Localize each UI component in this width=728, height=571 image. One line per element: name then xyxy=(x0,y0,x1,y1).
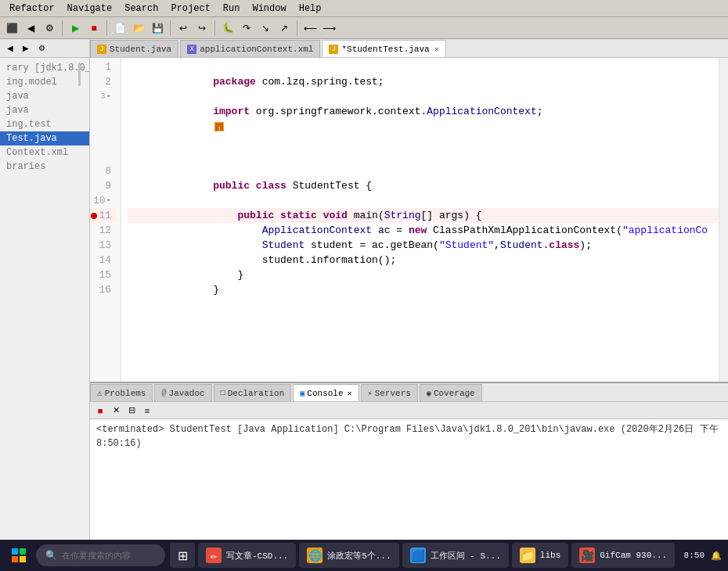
editor-area: J Student.java X applicationContext.xml … xyxy=(90,39,728,382)
bottom-tab-coverage-label: Coverage xyxy=(434,389,475,398)
line-num-7 xyxy=(90,149,116,163)
taskbar-notification[interactable]: 🔔 xyxy=(711,551,722,561)
code-line-1: package com.lzq.spring.test; xyxy=(128,59,719,74)
toolbar-save[interactable]: 💾 xyxy=(149,20,166,37)
toolbar-run[interactable]: ▶ xyxy=(67,20,84,37)
line-num-13: 13 xyxy=(90,238,116,253)
menu-project[interactable]: Project xyxy=(164,2,216,16)
console-menu-btn[interactable]: ≡ xyxy=(140,404,154,418)
sidebar-item-model[interactable]: ing.model xyxy=(0,75,89,89)
code-line-10: public static void main(String[] args) { xyxy=(128,193,719,208)
toolbar-btn-2[interactable]: ◀ xyxy=(22,20,39,37)
console-terminated-line: <terminated> StudentTest [Java Applicati… xyxy=(96,422,722,451)
fold-marker-3[interactable]: 3 xyxy=(101,89,106,104)
toolbar-step-over[interactable]: ↷ xyxy=(238,20,255,37)
bottom-panel: ⚠ Problems @ Javadoc □ Declaration ▣ Con… xyxy=(90,382,728,554)
toolbar: ⬛ ◀ ⚙ ▶ ■ 📄 📂 💾 ↩ ↪ 🐛 ↷ ↘ ↗ ⟵ ⟶ xyxy=(0,17,728,39)
taskbar-label-csd: 写文章-CSD... xyxy=(226,550,288,562)
sidebar-item-test[interactable]: ing.test xyxy=(0,117,89,131)
editor-right-scroll[interactable] xyxy=(719,58,728,382)
tab-studenttest[interactable]: J *StudentTest.java ✕ xyxy=(322,40,445,57)
toolbar-stop[interactable]: ■ xyxy=(85,20,103,37)
taskbar-icon-gifcam: 🎥 xyxy=(579,548,595,563)
menu-run[interactable]: Run xyxy=(217,2,247,16)
javadoc-icon: @ xyxy=(161,389,166,397)
console-clear-btn[interactable]: ⊟ xyxy=(124,404,139,418)
toolbar-redo[interactable]: ↪ xyxy=(193,20,211,37)
taskbar-icon-browser: 🌐 xyxy=(307,548,323,563)
taskbar-item-csd[interactable]: ✏ 写文章-CSD... xyxy=(198,543,296,568)
toolbar-undo[interactable]: ↩ xyxy=(175,20,192,37)
console-toolbar: ■ ✕ ⊟ ≡ xyxy=(90,402,728,419)
sidebar-item-context[interactable]: Context.xml xyxy=(0,145,89,160)
tab-studenttest-icon: J xyxy=(329,45,338,54)
menu-window[interactable]: Window xyxy=(246,2,292,16)
bottom-tab-declaration[interactable]: □ Declaration xyxy=(214,384,292,401)
toolbar-debug[interactable]: 🐛 xyxy=(219,20,236,37)
servers-icon: ⚡ xyxy=(368,389,373,398)
line-num-12: 12 xyxy=(90,223,116,238)
sidebar-item-java2[interactable]: java xyxy=(0,103,89,117)
bottom-tab-console-close[interactable]: ✕ xyxy=(348,389,352,398)
menu-search[interactable]: Search xyxy=(118,2,164,16)
toolbar-prev[interactable]: ⟵ xyxy=(301,20,319,37)
tab-student[interactable]: J Student.java xyxy=(90,40,178,57)
start-button[interactable] xyxy=(6,543,31,568)
toolbar-sep-3 xyxy=(170,20,171,36)
line-num-8: 8 xyxy=(90,163,116,178)
menu-refactor[interactable]: Refactor xyxy=(3,2,61,16)
menu-bar: Refactor Navigate Search Project Run Win… xyxy=(0,0,728,17)
sidebar-collapse-btn[interactable]: ◀ xyxy=(3,41,17,56)
bottom-tab-problems-label: Problems xyxy=(105,389,146,398)
bottom-tab-console[interactable]: ▣ Console ✕ xyxy=(293,384,359,401)
tab-student-icon: J xyxy=(97,45,106,54)
sidebar-scrollbar[interactable] xyxy=(78,63,81,86)
toolbar-sep-2 xyxy=(106,20,107,36)
line-num-9: 9 xyxy=(90,178,116,193)
sidebar-expand-btn[interactable]: ▶ xyxy=(19,41,33,56)
code-content: 1 2 3▸ 8 9 10▸ xyxy=(90,58,728,382)
sidebar-item-libraries[interactable]: braries xyxy=(0,160,89,174)
sidebar-content: rary [jdk1.8.0_201 ing.model java java i… xyxy=(0,58,89,554)
menu-navigate[interactable]: Navigate xyxy=(61,2,119,16)
taskbar-icon-eclipse: 🟦 xyxy=(410,548,426,563)
taskbar-search-input[interactable] xyxy=(62,551,156,560)
code-editor[interactable]: 1 2 3▸ 8 9 10▸ xyxy=(90,58,728,382)
taskbar-icon-csd: ✏ xyxy=(206,548,222,563)
taskbar-item-eclipse[interactable]: 🟦 工作区间 - S... xyxy=(402,543,509,568)
sidebar-item-java1[interactable]: java xyxy=(0,89,89,103)
taskbar-item-gifcam[interactable]: 🎥 GifCam 930... xyxy=(571,543,675,568)
taskbar-item-browser[interactable]: 🌐 涂政宏等5个... xyxy=(299,543,398,568)
tab-student-label: Student.java xyxy=(110,45,171,54)
toolbar-step-into[interactable]: ↘ xyxy=(257,20,274,37)
toolbar-next[interactable]: ⟶ xyxy=(320,20,337,37)
sidebar-item-library[interactable]: rary [jdk1.8.0_201 xyxy=(0,61,89,75)
menu-help[interactable]: Help xyxy=(293,2,328,16)
windows-logo xyxy=(12,548,26,562)
toolbar-open[interactable]: 📂 xyxy=(130,20,147,37)
bottom-tab-console-label: Console xyxy=(307,389,343,398)
line-num-4 xyxy=(90,104,116,119)
bottom-tab-servers[interactable]: ⚡ Servers xyxy=(361,384,418,401)
toolbar-step-out[interactable]: ↗ xyxy=(276,20,293,37)
taskbar-item-libs[interactable]: 📁 libs xyxy=(512,543,568,568)
console-close-btn[interactable]: ✕ xyxy=(109,404,123,418)
bottom-tab-javadoc[interactable]: @ Javadoc xyxy=(154,384,211,401)
code-lines: package com.lzq.spring.test; import org.… xyxy=(121,58,719,382)
bottom-tab-coverage[interactable]: ◉ Coverage xyxy=(420,384,482,401)
tab-studenttest-close[interactable]: ✕ xyxy=(434,45,439,54)
sidebar-settings-btn[interactable]: ⚙ xyxy=(34,41,49,56)
toolbar-btn-1[interactable]: ⬛ xyxy=(3,20,20,37)
toolbar-btn-3[interactable]: ⚙ xyxy=(41,20,58,37)
line-num-6 xyxy=(90,134,116,149)
bottom-tab-problems[interactable]: ⚠ Problems xyxy=(90,384,153,401)
taskbar-search[interactable]: 🔍 xyxy=(36,544,165,566)
code-line-6 xyxy=(128,134,719,149)
tab-appcontext[interactable]: X applicationContext.xml xyxy=(180,40,320,57)
toolbar-new[interactable]: 📄 xyxy=(111,20,128,37)
console-stop-btn[interactable]: ■ xyxy=(93,404,107,418)
sidebar-item-testjava[interactable]: Test.java xyxy=(0,131,89,145)
task-view-btn[interactable]: ⊞ xyxy=(170,543,195,568)
line-num-10: 10▸ xyxy=(90,193,116,208)
line-numbers: 1 2 3▸ 8 9 10▸ xyxy=(90,58,121,382)
